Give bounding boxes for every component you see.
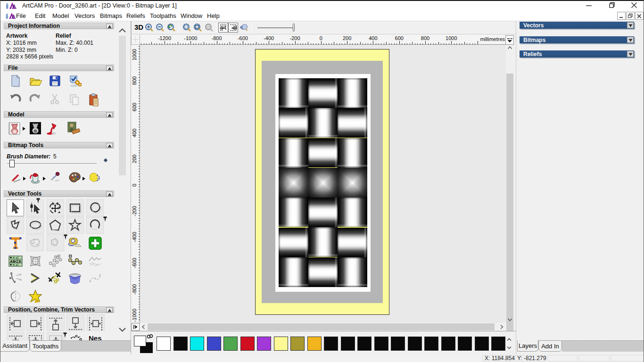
paint-brush-icon[interactable] <box>10 171 22 183</box>
palette-scroll-down-icon[interactable] <box>506 345 512 350</box>
colour-picker-icon[interactable] <box>50 171 62 183</box>
window-close-button[interactable] <box>630 1 638 10</box>
toolbar-zoom-object-button[interactable] <box>204 23 214 33</box>
mdi-minimize-button[interactable] <box>617 12 626 20</box>
palette-swatch-17[interactable] <box>441 337 455 351</box>
toolbar-zoom-out-button[interactable] <box>155 23 165 33</box>
palette-swatch-8[interactable] <box>290 337 305 351</box>
tool-create-text[interactable] <box>7 234 24 251</box>
ruler-unit-dropdown[interactable] <box>505 35 514 45</box>
palette-swatch-9[interactable] <box>307 337 322 351</box>
toolbar-snap-right-button[interactable] <box>228 23 238 33</box>
mdi-restore-button[interactable] <box>626 12 635 20</box>
collapse-section-icon[interactable] <box>106 24 113 29</box>
colour-link-icon[interactable] <box>147 334 153 339</box>
tool-smooth-polyline[interactable] <box>86 270 104 287</box>
tab-toolpaths[interactable]: Toolpaths <box>30 340 61 352</box>
toolbar-zoom-fit-button[interactable] <box>193 23 203 33</box>
tool-select-vectors[interactable] <box>7 199 24 216</box>
panel-toggle-icon[interactable] <box>132 323 140 331</box>
primary-colour-swatch[interactable] <box>134 336 146 346</box>
tab-add-in[interactable]: Add In <box>538 340 562 352</box>
collapse-section-icon[interactable] <box>106 191 113 197</box>
palette-swatch-15[interactable] <box>408 337 422 351</box>
menu-help[interactable]: Help <box>203 11 224 21</box>
pushpin-icon[interactable] <box>36 198 40 203</box>
tool-fit-arcs[interactable] <box>66 252 84 269</box>
collapse-section-icon[interactable] <box>106 143 113 148</box>
greyscale-model-icon[interactable] <box>29 121 42 135</box>
expand-panel-icon[interactable] <box>627 22 634 28</box>
tool-align-left[interactable] <box>7 314 25 331</box>
scroll-up-icon[interactable] <box>507 45 512 50</box>
palette-scroll-up-icon[interactable] <box>506 337 512 342</box>
palette-swatch-18[interactable] <box>458 337 472 351</box>
menu-toolpaths[interactable]: Toolpaths <box>146 11 181 21</box>
palette-swatch-7[interactable] <box>274 337 288 351</box>
toolbar-zoom-in-button[interactable] <box>144 23 154 33</box>
tool-create-polygon[interactable] <box>47 217 64 234</box>
collapse-section-icon[interactable] <box>106 112 113 117</box>
view-3d-button[interactable]: 3D <box>134 23 143 32</box>
magic-select-icon[interactable] <box>87 171 101 184</box>
vertical-scroll-thumb[interactable] <box>506 74 513 332</box>
toolbar-zoom-last-button[interactable] <box>166 23 176 33</box>
toolbar-preview-lens-button[interactable] <box>239 23 248 33</box>
scroll-left-icon[interactable] <box>141 324 146 329</box>
palette-swatch-4[interactable] <box>223 337 238 351</box>
tool-distort-vectors[interactable] <box>26 252 44 269</box>
new-model-icon[interactable] <box>9 74 22 88</box>
tool-join-vectors[interactable] <box>26 270 44 287</box>
tool-align-top[interactable] <box>47 314 65 331</box>
palette-swatch-12[interactable] <box>357 337 372 351</box>
tab-layers[interactable]: Layers <box>517 340 538 352</box>
palette-swatch-2[interactable] <box>190 337 204 351</box>
redo-icon[interactable] <box>28 93 41 104</box>
tool-centre-horizontal[interactable] <box>87 314 105 331</box>
tool-create-star[interactable] <box>66 217 84 234</box>
flyout-arrow-icon[interactable] <box>43 177 46 181</box>
pushpin-icon[interactable] <box>64 234 67 239</box>
collapse-section-icon[interactable] <box>106 66 113 71</box>
tool-spin-vectors[interactable] <box>66 270 84 287</box>
texture-relief-icon[interactable] <box>66 121 82 136</box>
tool-fillet-tool[interactable] <box>7 270 24 287</box>
options-icon[interactable] <box>67 74 82 88</box>
canvas-horizontal-scrollbar[interactable] <box>131 323 506 331</box>
panel-bar-vectors[interactable]: Vectors <box>520 22 634 29</box>
horizontal-scroll-thumb[interactable] <box>148 323 495 330</box>
tool-freehand-sketch[interactable] <box>86 252 104 269</box>
tool-create-polyline[interactable] <box>7 217 24 234</box>
flyout-arrow-icon[interactable] <box>23 177 26 181</box>
toolbar-slider[interactable] <box>257 27 294 28</box>
lighting-icon[interactable] <box>46 121 59 135</box>
palette-swatch-16[interactable] <box>424 337 438 351</box>
toolbar-slider-handle[interactable] <box>293 24 295 32</box>
palette-swatch-5[interactable] <box>240 337 255 351</box>
door-artwork[interactable] <box>255 49 389 315</box>
tool-measure-tool[interactable] <box>66 234 84 251</box>
scroll-down-icon[interactable] <box>507 317 512 322</box>
tool-create-rectangle[interactable] <box>66 199 84 216</box>
palette-swatch-1[interactable] <box>173 337 188 351</box>
canvas-2d-view[interactable] <box>140 45 506 323</box>
mdi-close-button[interactable] <box>635 12 644 20</box>
window-restore-button[interactable] <box>608 1 615 10</box>
palette-swatch-14[interactable] <box>391 337 405 351</box>
palette-swatch-20[interactable] <box>491 337 505 351</box>
menu-window[interactable]: Window <box>176 11 206 21</box>
tool-create-ellipse[interactable] <box>26 217 44 234</box>
save-model-icon[interactable] <box>48 74 61 88</box>
menu-edit[interactable]: Edit <box>31 11 50 21</box>
tool-star-wizard[interactable] <box>26 288 44 304</box>
tool-offset-vector[interactable] <box>47 234 64 251</box>
menu-model[interactable]: Model <box>48 11 73 21</box>
tool-node-editing[interactable] <box>26 199 44 216</box>
assistant-scroll-thumb[interactable] <box>119 36 126 175</box>
expand-panel-icon[interactable] <box>627 37 634 43</box>
tool-align-right[interactable] <box>26 314 44 331</box>
palette-swatch-0[interactable] <box>157 337 171 351</box>
open-model-icon[interactable] <box>28 74 42 88</box>
tool-create-circle[interactable] <box>86 199 104 216</box>
panel-bar-reliefs[interactable]: Reliefs <box>520 50 634 58</box>
